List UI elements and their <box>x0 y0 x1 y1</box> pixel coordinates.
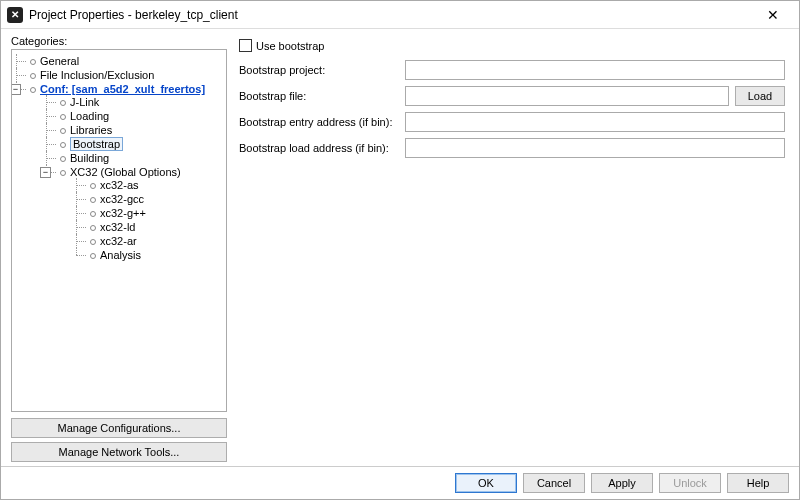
bootstrap-loadaddr-input[interactable] <box>405 138 785 158</box>
tree-item-analysis[interactable]: Analysis <box>76 248 224 262</box>
cancel-button[interactable]: Cancel <box>523 473 585 493</box>
bootstrap-entry-input[interactable] <box>405 112 785 132</box>
categories-tree[interactable]: General File Inclusion/Exclusion − Conf:… <box>11 49 227 412</box>
tree-item-conf[interactable]: − Conf: [sam_a5d2_xult_freertos] J-Link … <box>16 82 224 264</box>
project-properties-dialog: ✕ Project Properties - berkeley_tcp_clie… <box>0 0 800 500</box>
categories-panel: Categories: General File Inclusion/Exclu… <box>11 35 227 462</box>
tree-item-xc32-gcc[interactable]: xc32-gcc <box>76 192 224 206</box>
window-title: Project Properties - berkeley_tcp_client <box>29 8 753 22</box>
manage-configurations-button[interactable]: Manage Configurations... <box>11 418 227 438</box>
bootstrap-loadaddr-label: Bootstrap load address (if bin): <box>239 142 399 154</box>
bootstrap-project-input[interactable] <box>405 60 785 80</box>
bootstrap-file-label: Bootstrap file: <box>239 90 399 102</box>
use-bootstrap-checkbox[interactable] <box>239 39 252 52</box>
titlebar: ✕ Project Properties - berkeley_tcp_clie… <box>1 1 799 29</box>
tree-item-xc32-ar[interactable]: xc32-ar <box>76 234 224 248</box>
close-icon[interactable]: ✕ <box>753 2 793 28</box>
tree-item-file-inclusion[interactable]: File Inclusion/Exclusion <box>16 68 224 82</box>
dialog-footer: OK Cancel Apply Unlock Help <box>1 466 799 499</box>
expander-icon[interactable]: − <box>40 167 51 178</box>
expander-icon[interactable]: − <box>11 84 21 95</box>
ok-button[interactable]: OK <box>455 473 517 493</box>
bootstrap-entry-label: Bootstrap entry address (if bin): <box>239 116 399 128</box>
bootstrap-file-input[interactable] <box>405 86 729 106</box>
use-bootstrap-label: Use bootstrap <box>256 40 324 52</box>
tree-item-jlink[interactable]: J-Link <box>46 95 224 109</box>
manage-network-tools-button[interactable]: Manage Network Tools... <box>11 442 227 462</box>
tree-item-bootstrap[interactable]: Bootstrap <box>46 137 224 151</box>
tree-item-xc32[interactable]: − XC32 (Global Options) xc32-as xc32-gcc… <box>46 165 224 263</box>
tree-item-loading[interactable]: Loading <box>46 109 224 123</box>
unlock-button[interactable]: Unlock <box>659 473 721 493</box>
tree-item-xc32-as[interactable]: xc32-as <box>76 178 224 192</box>
tree-item-libraries[interactable]: Libraries <box>46 123 224 137</box>
bootstrap-project-label: Bootstrap project: <box>239 64 399 76</box>
tree-item-xc32-ld[interactable]: xc32-ld <box>76 220 224 234</box>
help-button[interactable]: Help <box>727 473 789 493</box>
categories-label: Categories: <box>11 35 227 47</box>
bootstrap-settings-panel: Use bootstrap Bootstrap project: Bootstr… <box>235 35 789 462</box>
tree-item-building[interactable]: Building <box>46 151 224 165</box>
tree-item-general[interactable]: General <box>16 54 224 68</box>
apply-button[interactable]: Apply <box>591 473 653 493</box>
load-button[interactable]: Load <box>735 86 785 106</box>
tree-item-xc32-gpp[interactable]: xc32-g++ <box>76 206 224 220</box>
app-icon: ✕ <box>7 7 23 23</box>
